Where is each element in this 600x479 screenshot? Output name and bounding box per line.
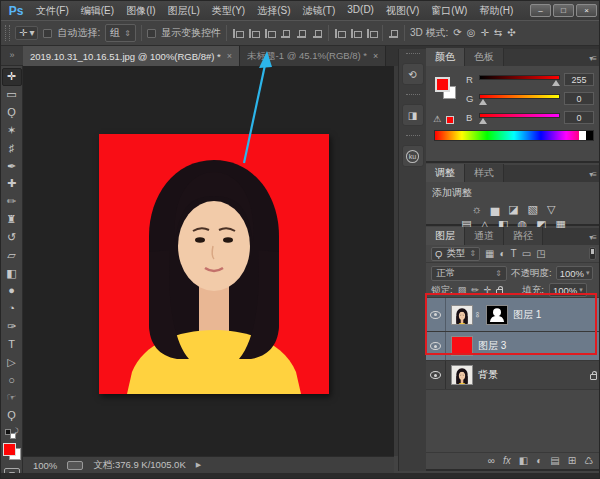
filter-smart-objects-icon[interactable]: ◳ — [536, 248, 545, 259]
eraser-tool[interactable]: ▱ — [2, 246, 22, 264]
layer-effects-icon[interactable]: fx — [503, 456, 511, 466]
blue-slider-track[interactable] — [479, 113, 560, 118]
align-horizontal-centers-icon[interactable] — [248, 28, 259, 39]
layer3-red-thumbnail[interactable] — [451, 336, 473, 356]
kuler-panel-icon[interactable]: ku — [402, 145, 424, 167]
eye-icon[interactable] — [430, 342, 441, 350]
filter-toggle-switch[interactable] — [589, 247, 596, 260]
zoom-level-field[interactable]: 100% — [33, 460, 57, 471]
menu-edit[interactable]: 编辑(E) — [76, 2, 119, 20]
lock-image-pixels-icon[interactable]: ✏ — [471, 285, 479, 295]
history-brush-tool[interactable]: ↺ — [2, 229, 22, 247]
layer-name[interactable]: 图层 3 — [478, 339, 506, 353]
clone-stamp-tool[interactable]: ♜ — [2, 211, 22, 229]
gamut-warning-icon[interactable]: ⚠ — [433, 114, 441, 124]
panel-menu-icon[interactable]: ▾≡ — [584, 51, 600, 66]
dock-grip[interactable] — [406, 94, 420, 95]
black-chip[interactable] — [586, 131, 593, 140]
dodge-tool[interactable]: ◔ — [2, 300, 22, 318]
filter-type-layers-icon[interactable]: T — [511, 248, 517, 259]
layer1-thumbnail[interactable] — [451, 305, 473, 325]
status-menu-arrow-icon[interactable]: ▶ — [196, 461, 201, 469]
healing-brush-tool[interactable]: ✚ — [2, 175, 22, 193]
color-spectrum-ramp[interactable] — [434, 130, 594, 141]
distribute-right-icon[interactable] — [366, 28, 377, 39]
green-value-field[interactable]: 0 — [564, 92, 594, 105]
mask-link-icon[interactable]: ∞ — [473, 311, 482, 319]
layer-row-background[interactable]: 背景 — [426, 361, 600, 390]
move-tool[interactable]: ✛ — [2, 68, 22, 86]
type-tool[interactable]: T — [2, 336, 22, 354]
crop-tool[interactable]: ♯ — [2, 139, 22, 157]
menu-view[interactable]: 视图(V) — [381, 2, 424, 20]
filter-adjustment-layers-icon[interactable]: ◐ — [500, 248, 506, 259]
layer-name[interactable]: 背景 — [478, 368, 498, 382]
visibility-cell[interactable] — [426, 298, 446, 331]
delete-layer-icon[interactable]: ♺ — [584, 456, 593, 466]
blue-slider-thumb[interactable] — [479, 118, 487, 124]
layer-row-layer3[interactable]: 图层 3 — [426, 332, 600, 361]
green-slider-thumb[interactable] — [479, 99, 487, 105]
tab-color[interactable]: 颜色 — [426, 48, 465, 66]
hand-tool[interactable]: ☞ — [2, 389, 22, 407]
magic-wand-tool[interactable]: ✶ — [2, 122, 22, 140]
panel-menu-icon[interactable]: ▾≡ — [584, 230, 600, 245]
new-group-icon[interactable]: ▤ — [550, 456, 559, 466]
lock-position-icon[interactable]: ✛ — [484, 285, 492, 295]
new-adjustment-layer-icon[interactable]: ◐ — [536, 456, 542, 466]
tab-layers[interactable]: 图层 — [426, 227, 465, 245]
tab-swatches[interactable]: 色板 — [465, 48, 504, 66]
options-grip[interactable] — [5, 25, 10, 41]
green-slider[interactable] — [479, 92, 560, 104]
lock-transparent-pixels-icon[interactable]: ▨ — [458, 285, 467, 295]
blue-value-field[interactable]: 0 — [564, 111, 594, 124]
menu-window[interactable]: 窗口(W) — [426, 2, 472, 20]
background-thumbnail[interactable] — [451, 365, 473, 385]
show-transform-checkbox[interactable] — [147, 29, 156, 38]
exposure-icon[interactable]: ▧ — [528, 203, 538, 216]
red-slider[interactable] — [479, 73, 560, 85]
menu-file[interactable]: 文件(F) — [31, 2, 74, 20]
layer-filter-dropdown[interactable]: Ϙ 类型 ⇕ — [431, 247, 480, 261]
auto-align-layers-icon[interactable] — [388, 28, 399, 39]
menu-image[interactable]: 图像(I) — [121, 2, 160, 20]
filter-pixel-layers-icon[interactable]: ▦ — [485, 248, 494, 259]
default-colors-control[interactable]: ⤸ — [5, 429, 19, 441]
red-value-field[interactable]: 255 — [564, 73, 594, 86]
add-layer-mask-icon[interactable]: ◧ — [519, 456, 528, 466]
align-left-edges-icon[interactable] — [232, 28, 243, 39]
link-layers-icon[interactable]: ∞ — [488, 456, 495, 466]
menu-filter[interactable]: 滤镜(T) — [298, 2, 341, 20]
zoom-tool[interactable]: Ϙ — [2, 407, 22, 425]
new-layer-icon[interactable]: ⊞ — [568, 456, 576, 466]
tab-paths[interactable]: 路径 — [504, 227, 543, 245]
menu-3d[interactable]: 3D(D) — [342, 2, 379, 20]
opacity-field[interactable]: 100% ▾ — [556, 266, 594, 280]
eye-icon[interactable] — [430, 311, 441, 319]
auto-select-checkbox[interactable] — [43, 29, 52, 38]
document-tab-1[interactable]: 2019.10.31_10.16.51.jpg @ 100%(RGB/8#) *… — [23, 46, 240, 66]
distribute-center-icon[interactable] — [350, 28, 361, 39]
history-panel-icon[interactable]: ⟲ — [402, 63, 424, 85]
canvas-pasteboard[interactable] — [23, 66, 394, 456]
properties-panel-icon[interactable]: ◨ — [402, 104, 424, 126]
gradient-tool[interactable]: ◧ — [2, 264, 22, 282]
menu-select[interactable]: 选择(S) — [252, 2, 295, 20]
close-button[interactable]: × — [576, 4, 597, 17]
panel-menu-icon[interactable]: ▾≡ — [584, 167, 600, 182]
blend-mode-dropdown[interactable]: 正常 ⇕ — [431, 266, 507, 281]
visibility-cell[interactable] — [426, 332, 446, 360]
pen-tool[interactable]: ✑ — [2, 318, 22, 336]
close-icon[interactable]: × — [227, 51, 232, 61]
visibility-cell[interactable] — [426, 361, 446, 389]
red-slider-thumb[interactable] — [552, 80, 560, 86]
gamut-closest-color-chip[interactable] — [446, 116, 454, 124]
layer-row-layer1[interactable]: ∞ 图层 1 — [426, 298, 600, 332]
swap-colors-icon[interactable]: ⤸ — [14, 427, 18, 435]
path-selection-tool[interactable]: ▷ — [2, 353, 22, 371]
lock-all-icon[interactable] — [496, 289, 503, 295]
maximize-button[interactable]: □ — [553, 4, 574, 17]
canvas-image[interactable] — [99, 134, 329, 394]
levels-icon[interactable]: ▅ — [491, 203, 499, 216]
3d-slide-icon[interactable]: ⇆ — [494, 28, 502, 38]
